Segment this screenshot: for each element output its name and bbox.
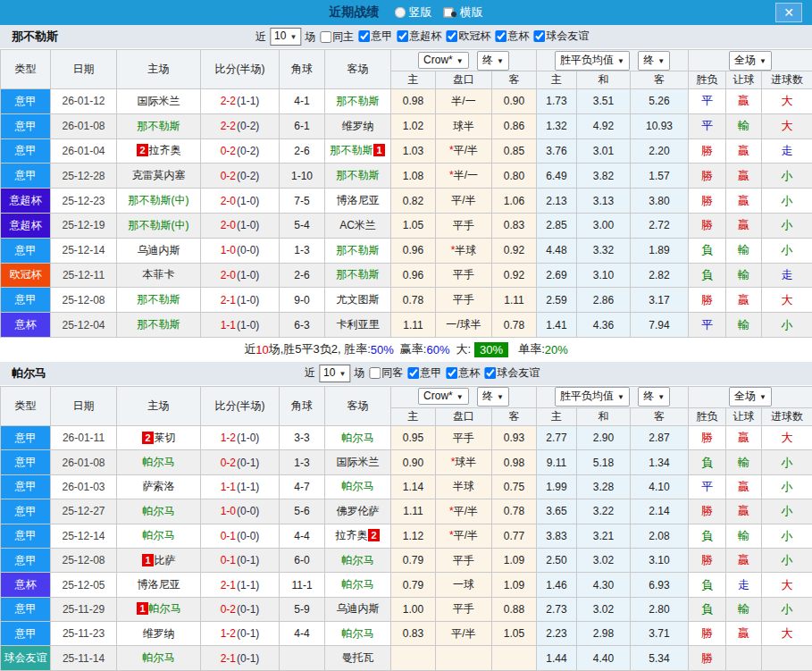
col-corner: 角球 [280, 386, 325, 425]
league-filter-意甲[interactable]: 意甲 [354, 29, 392, 44]
parma-section-header: 帕尔马 近 10▼ 场 同客 意甲意杯球会友谊 [0, 362, 812, 386]
result-cell: 負 [689, 524, 726, 548]
handicap-change-star: * [451, 244, 456, 256]
mean-home-odds: 3.76 [537, 138, 577, 164]
result-cell: 勝 [689, 138, 726, 164]
recent-count-select[interactable]: 10▼ [270, 28, 301, 46]
league-checkbox[interactable] [397, 30, 408, 42]
league-checkbox[interactable] [533, 30, 545, 42]
crow-away-odds [492, 646, 537, 670]
league-filter-球会友谊[interactable]: 球会友谊 [529, 29, 589, 44]
corner-cell: 11-1 [280, 573, 325, 597]
col-mean-draw: 和 [577, 71, 631, 89]
result-cell: 平 [689, 474, 726, 499]
away-team-cell: 那不勒斯1 [325, 138, 391, 164]
mean-away-odds: 3.71 [631, 622, 689, 646]
league-type-badge: 意甲 [1, 548, 51, 572]
league-filter-意杯[interactable]: 意杯 [490, 29, 529, 44]
mean-odds-select[interactable]: 胜平负均值▼ [555, 387, 630, 407]
league-checkbox[interactable] [484, 367, 496, 379]
same-side-checkbox[interactable] [369, 367, 381, 379]
same-side-filter[interactable]: 同主 [315, 29, 354, 45]
col-mean-away: 客 [631, 71, 689, 89]
league-checkbox[interactable] [446, 30, 457, 42]
mean-draw-odds: 3.01 [577, 138, 631, 164]
mean-home-odds: 2.69 [537, 263, 577, 288]
crow-home-odds: 1.00 [391, 597, 436, 621]
league-type-badge: 意甲 [1, 138, 51, 164]
col-type: 类型 [1, 50, 51, 89]
league-type-badge: 意甲 [1, 113, 51, 138]
match-row: 意甲 26-01-03 萨索洛 1-1(1-1) 4-7 帕尔马 1.14 半球… [1, 474, 812, 499]
result-cell: 勝 [689, 164, 726, 189]
crow-away-odds: 0.90 [492, 89, 537, 114]
close-button[interactable]: ✕ [775, 3, 802, 22]
mean-away-odds: 2.72 [631, 213, 689, 238]
mean-away-odds: 10.93 [631, 113, 689, 138]
final-odds-select-2[interactable]: 终▼ [638, 51, 670, 71]
corner-cell [280, 646, 325, 670]
handicap-result-cell: 贏 [726, 213, 762, 238]
league-checkbox[interactable] [446, 367, 457, 379]
crow-home-odds: 0.79 [391, 548, 436, 572]
goals-result-cell: 大 [762, 622, 812, 646]
final-odds-select[interactable]: 终▼ [477, 387, 509, 407]
handicap-change-star: * [451, 456, 456, 468]
final-odds-select-2[interactable]: 终▼ [638, 387, 670, 407]
col-away: 客场 [325, 386, 391, 425]
home-team-cell: 那不勒斯 [117, 313, 201, 338]
odds-company-select[interactable]: Crow*▼ [418, 388, 469, 405]
league-filter-意超杯[interactable]: 意超杯 [392, 29, 441, 44]
score-cell: 1-2(0-1) [201, 622, 280, 646]
radio-selected-icon[interactable] [443, 7, 454, 18]
col-mean-away: 客 [631, 407, 689, 425]
date-cell: 25-12-08 [51, 288, 117, 313]
handicap-cell: 平手 [436, 597, 492, 621]
league-checkbox[interactable] [495, 30, 506, 42]
league-type-badge: 意甲 [1, 164, 51, 189]
league-checkbox[interactable] [407, 367, 419, 379]
crow-home-odds: 0.96 [391, 263, 436, 288]
league-filter-意杯[interactable]: 意杯 [441, 365, 480, 381]
handicap-result-cell: 贏 [726, 288, 762, 313]
league-filter-球会友谊[interactable]: 球会友谊 [480, 365, 540, 381]
mean-home-odds: 2.13 [537, 189, 577, 214]
handicap-cell: 一球 [436, 573, 492, 597]
handicap-change-star: * [449, 144, 454, 156]
home-team-cell: 博洛尼亚 [117, 573, 201, 597]
date-cell: 26-01-08 [51, 450, 117, 474]
score-cell: 2-1(0-1) [201, 646, 280, 670]
odds-group-header: Crow*▼ 终▼ [391, 50, 537, 71]
scope-group-header: 全场▼ [689, 386, 812, 407]
col-score: 比分(半场) [201, 50, 280, 89]
handicap-result-cell: 輸 [726, 263, 762, 288]
horizontal-layout-radio[interactable]: 横版 [440, 4, 483, 21]
odds-company-select[interactable]: Crow*▼ [418, 52, 469, 69]
mean-odds-select[interactable]: 胜平负均值▼ [555, 51, 630, 71]
corner-cell: 5-6 [280, 499, 325, 524]
recent-count-select[interactable]: 10▼ [319, 365, 350, 382]
same-side-checkbox[interactable] [320, 31, 331, 43]
same-side-filter[interactable]: 同客 [364, 365, 403, 381]
final-odds-select[interactable]: 终▼ [477, 51, 509, 71]
red-card-badge: 1 [373, 144, 384, 156]
mean-away-odds: 1.34 [631, 450, 689, 474]
vertical-layout-radio[interactable]: 竖版 [395, 4, 432, 21]
scope-select[interactable]: 全场▼ [729, 51, 772, 71]
goals-result-cell: 小 [762, 524, 812, 548]
mean-draw-odds: 3.28 [577, 474, 631, 499]
col-result: 胜负 [689, 407, 726, 425]
scope-select[interactable]: 全场▼ [729, 387, 772, 407]
league-checkbox[interactable] [358, 30, 370, 42]
crow-away-odds: 0.78 [492, 499, 537, 524]
titlebar: 近期战绩 竖版 横版 ✕ [0, 0, 812, 25]
league-type-badge: 欧冠杯 [1, 263, 51, 288]
radio-unselected-icon[interactable] [395, 7, 406, 18]
league-filters: 意甲意超杯欧冠杯意杯球会友谊 [354, 29, 589, 45]
result-cell: 負 [689, 573, 726, 597]
mean-draw-odds: 3.02 [577, 597, 631, 621]
crow-away-odds: 0.75 [492, 474, 537, 499]
league-filter-意甲[interactable]: 意甲 [403, 365, 441, 381]
crow-home-odds: 0.83 [391, 622, 436, 646]
league-filter-欧冠杯[interactable]: 欧冠杯 [441, 29, 490, 44]
